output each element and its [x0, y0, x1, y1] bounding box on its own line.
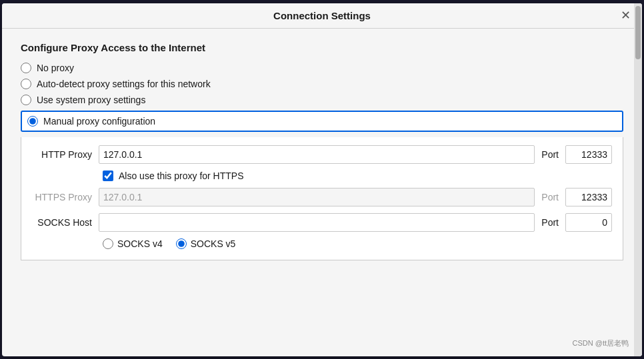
- socks-version-row: SOCKS v4 SOCKS v5: [103, 238, 612, 249]
- http-port-input[interactable]: [565, 145, 612, 164]
- also-use-https-row: Also use this proxy for HTTPS: [103, 171, 612, 181]
- auto-detect-option[interactable]: Auto-detect proxy settings for this netw…: [21, 79, 623, 89]
- scrollbar-thumb[interactable]: [635, 6, 641, 59]
- dialog-titlebar: Connection Settings ✕: [2, 3, 642, 29]
- socks-host-row: SOCKS Host Port: [32, 213, 612, 232]
- no-proxy-radio[interactable]: [21, 63, 31, 73]
- socks-v5-label: SOCKS v5: [191, 238, 236, 249]
- dialog-title: Connection Settings: [273, 10, 371, 21]
- socks-host-input[interactable]: [99, 213, 535, 232]
- http-proxy-label: HTTP Proxy: [32, 149, 92, 160]
- manual-proxy-option[interactable]: Manual proxy configuration: [21, 111, 623, 132]
- proxy-options-group: No proxy Auto-detect proxy settings for …: [21, 63, 623, 132]
- watermark: CSDN @tt居老鸭: [572, 338, 629, 348]
- system-proxy-label: Use system proxy settings: [37, 95, 145, 105]
- https-proxy-row: HTTPS Proxy Port: [32, 188, 612, 206]
- https-proxy-input[interactable]: [99, 188, 535, 206]
- auto-detect-radio[interactable]: [21, 79, 31, 89]
- manual-proxy-radio[interactable]: [27, 116, 38, 127]
- dialog-body: Configure Proxy Access to the Internet N…: [2, 29, 642, 356]
- section-heading: Configure Proxy Access to the Internet: [21, 42, 623, 53]
- no-proxy-label: No proxy: [37, 63, 74, 73]
- no-proxy-option[interactable]: No proxy: [21, 63, 623, 73]
- socks-v4-radio[interactable]: [103, 238, 113, 249]
- https-proxy-label: HTTPS Proxy: [32, 192, 92, 202]
- http-proxy-row: HTTP Proxy Port: [32, 145, 612, 164]
- https-port-label: Port: [541, 192, 559, 202]
- system-proxy-option[interactable]: Use system proxy settings: [21, 95, 623, 105]
- socks-v4-label: SOCKS v4: [117, 238, 163, 249]
- system-proxy-radio[interactable]: [21, 95, 31, 105]
- socks-v4-option[interactable]: SOCKS v4: [103, 238, 163, 249]
- socks-host-label: SOCKS Host: [32, 217, 92, 228]
- close-button[interactable]: ✕: [618, 8, 633, 23]
- manual-proxy-label: Manual proxy configuration: [43, 116, 155, 127]
- connection-settings-dialog: Connection Settings ✕ Configure Proxy Ac…: [2, 3, 642, 356]
- socks-port-input[interactable]: [565, 213, 612, 232]
- proxy-fields-container: HTTP Proxy Port Also use this proxy for …: [21, 137, 623, 260]
- https-port-input[interactable]: [565, 188, 612, 206]
- socks-v5-radio[interactable]: [176, 238, 187, 249]
- socks-v5-option[interactable]: SOCKS v5: [176, 238, 236, 249]
- socks-port-label: Port: [541, 217, 559, 228]
- also-use-https-label: Also use this proxy for HTTPS: [119, 171, 244, 181]
- http-proxy-input[interactable]: [99, 145, 535, 164]
- also-use-https-checkbox[interactable]: [103, 171, 113, 181]
- scrollbar[interactable]: [634, 3, 642, 356]
- auto-detect-label: Auto-detect proxy settings for this netw…: [37, 79, 211, 89]
- http-port-label: Port: [541, 149, 559, 160]
